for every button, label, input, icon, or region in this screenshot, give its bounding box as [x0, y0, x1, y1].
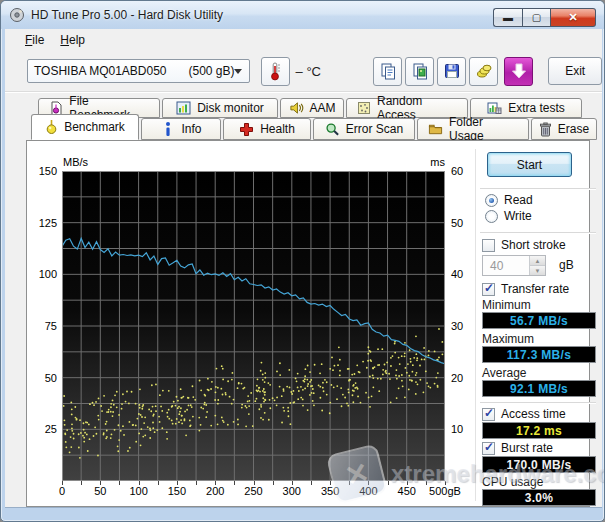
- exit-button[interactable]: Exit: [548, 57, 602, 85]
- save-icon: [443, 62, 461, 80]
- short-stroke-checkbox[interactable]: Short stroke: [482, 238, 566, 252]
- burst-rate-label: Burst rate: [501, 441, 553, 455]
- separator: [480, 188, 596, 189]
- panel-divider: [475, 149, 476, 501]
- tab-erase[interactable]: Erase: [531, 118, 597, 140]
- maximize-button[interactable]: ▢: [522, 8, 551, 27]
- access-time-value: 17.2 ms: [482, 422, 596, 439]
- x-axis-tick: [81, 481, 82, 485]
- app-window: HD Tune Pro 5.00 - Hard Disk Utility ▬ ▢…: [0, 0, 605, 522]
- cpu-usage-value: 3.0%: [482, 489, 596, 506]
- x-axis-tick: [100, 481, 101, 485]
- x-tick-label: 350: [321, 485, 339, 497]
- drive-selector[interactable]: TOSHIBA MQ01ABD050 (500 gB): [27, 59, 250, 83]
- checkbox-icon: [482, 408, 495, 421]
- x-tick-label: 150: [168, 485, 186, 497]
- random-access-icon: [357, 101, 371, 116]
- health-icon: [239, 122, 254, 137]
- tab-health[interactable]: Health: [223, 118, 311, 140]
- thermometer-icon: [266, 61, 284, 81]
- x-tick-label: 100: [129, 485, 147, 497]
- tab-benchmark[interactable]: Benchmark: [31, 114, 139, 140]
- extra-tests-icon: [487, 101, 502, 116]
- checkbox-icon: [482, 442, 495, 455]
- access-time-checkbox[interactable]: Access time: [482, 407, 566, 421]
- radio-icon: [485, 210, 498, 223]
- temperature-button[interactable]: [261, 57, 290, 86]
- menu-help[interactable]: Help: [52, 30, 93, 50]
- tab-folder-usage[interactable]: Folder Usage: [417, 118, 529, 140]
- x-axis-tick: [215, 481, 216, 485]
- x-axis-tick: [177, 481, 178, 485]
- frame-line: [5, 507, 602, 508]
- y-left-tick-label: 75: [27, 320, 57, 332]
- separator: [480, 232, 596, 233]
- save-button[interactable]: [437, 57, 466, 86]
- options-button[interactable]: [469, 57, 498, 86]
- start-button[interactable]: Start: [487, 152, 572, 177]
- client-area: FileHelp TOSHIBA MQ01ABD050 (500 gB) – °…: [5, 29, 602, 508]
- copy-text-button[interactable]: [373, 57, 402, 86]
- x-axis-tick: [330, 481, 331, 485]
- x-axis-tick: [62, 481, 63, 485]
- x-tick-label: 450: [398, 485, 416, 497]
- x-axis-tick: [254, 481, 255, 485]
- chevron-down-icon: [234, 69, 242, 74]
- x-tick-label: 250: [244, 485, 262, 497]
- average-value: 92.1 MB/s: [482, 380, 596, 397]
- disk-monitor-icon: [176, 101, 191, 116]
- x-tick-label: 300: [283, 485, 301, 497]
- x-axis-tick: [139, 481, 140, 485]
- tab-label: Disk monitor: [197, 101, 264, 115]
- benchmark-chart: [62, 171, 445, 481]
- tab-row-2: BenchmarkInfoHealthError ScanFolder Usag…: [31, 118, 597, 140]
- maximum-value: 117.3 MB/s: [482, 346, 596, 363]
- x-axis-tick: [196, 481, 197, 485]
- transfer-rate-checkbox[interactable]: Transfer rate: [482, 282, 569, 296]
- download-button[interactable]: [504, 57, 533, 86]
- copy-image-button[interactable]: [405, 57, 434, 86]
- short-stroke-size-stepper[interactable]: 40 ▲▼: [482, 255, 546, 276]
- checkbox-icon: [482, 239, 495, 252]
- tab-label: Health: [260, 122, 295, 136]
- x-axis-tick: [349, 481, 350, 485]
- y-left-unit: MB/s: [63, 156, 88, 168]
- y-right-unit: ms: [417, 156, 445, 168]
- tab-label: AAM: [310, 101, 336, 115]
- title-bar: HD Tune Pro 5.00 - Hard Disk Utility ▬ ▢…: [1, 1, 605, 29]
- y-left-tick-label: 100: [27, 268, 57, 280]
- copy-image-icon: [411, 62, 429, 80]
- tab-label: Info: [181, 122, 201, 136]
- aam-icon: [289, 101, 304, 116]
- x-tick-label: 200: [206, 485, 224, 497]
- close-button[interactable]: ✕: [551, 8, 596, 27]
- read-radio[interactable]: Read: [485, 193, 533, 207]
- drive-capacity: (500 gB): [189, 64, 235, 78]
- tab-label: Folder Usage: [449, 115, 518, 143]
- x-axis-tick: [445, 481, 446, 485]
- minimize-button[interactable]: ▬: [493, 8, 522, 27]
- minimum-label: Minimum: [482, 298, 531, 312]
- x-tick-label: 0: [59, 485, 65, 497]
- tab-label: Benchmark: [64, 120, 125, 134]
- y-left-tick-label: 150: [27, 165, 57, 177]
- x-axis-tick: [292, 481, 293, 485]
- x-axis-tick: [368, 481, 369, 485]
- x-axis-tick: [388, 481, 389, 485]
- stepper-arrows[interactable]: ▲▼: [529, 256, 545, 275]
- transfer-rate-label: Transfer rate: [501, 282, 569, 296]
- tab-aam[interactable]: AAM: [280, 98, 344, 118]
- stepper-up-icon: ▲: [530, 256, 545, 265]
- menu-file[interactable]: File: [17, 30, 52, 50]
- write-radio[interactable]: Write: [485, 209, 532, 223]
- tab-disk-monitor[interactable]: Disk monitor: [162, 98, 278, 118]
- options-icon: [475, 62, 493, 80]
- tab-error-scan[interactable]: Error Scan: [313, 118, 415, 140]
- burst-rate-checkbox[interactable]: Burst rate: [482, 441, 553, 455]
- tab-info[interactable]: Info: [141, 118, 221, 140]
- drive-name: TOSHIBA MQ01ABD050: [34, 64, 167, 78]
- burst-rate-value: 170.0 MB/s: [482, 456, 596, 473]
- folder-usage-icon: [428, 122, 443, 137]
- short-stroke-label: Short stroke: [501, 238, 566, 252]
- read-label: Read: [504, 193, 533, 207]
